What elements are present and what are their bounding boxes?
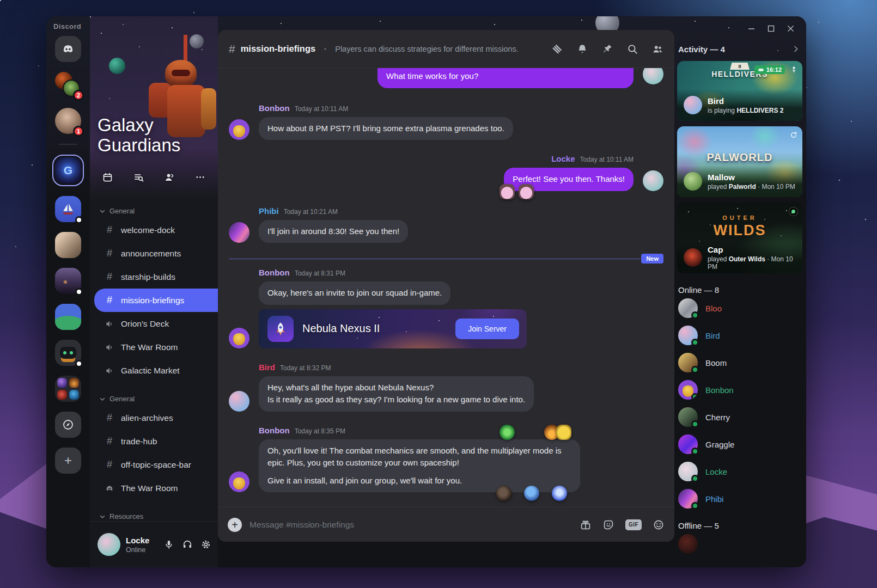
invite-server-name: Nebula Nexus II [302,322,447,335]
sprout-emoji-reaction[interactable] [500,425,515,440]
live-activity-icon[interactable] [790,65,798,74]
channel-orions-deck-voice[interactable]: Orion's Deck [94,312,218,335]
message-author[interactable]: Bonbon [259,268,290,277]
server-icon-night-landscape[interactable] [55,268,81,294]
avatar-bird[interactable] [229,391,249,412]
emoji-icon[interactable] [653,519,665,531]
member-bloo[interactable]: Bloo [677,295,802,322]
category-resources[interactable]: Resources [90,507,218,521]
member-locke[interactable]: Locke [677,458,802,485]
close-button[interactable] [783,21,797,35]
channel-mission-briefings[interactable]: # mission-briefings [94,289,218,312]
pink-cat-emoji-reaction[interactable] [519,184,534,199]
avatar-bonbon[interactable] [229,119,249,140]
server-icon-green-planet[interactable] [55,304,81,330]
avatar-cap [684,248,702,267]
member-graggle[interactable]: Graggle [677,431,802,458]
channel-topic[interactable]: Players can discuss strategies for diffe… [335,45,546,53]
gift-icon[interactable] [580,519,592,531]
events-calendar-icon[interactable] [102,171,113,183]
member-list-icon[interactable] [651,43,663,55]
channel-war-room-forum[interactable]: The War Room [94,476,218,500]
user-name: Locke [126,536,158,545]
category-general-2[interactable]: General [90,390,218,406]
channel-announcements[interactable]: # announcements [94,242,218,265]
server-galaxy-guardians-active[interactable]: G [52,155,84,186]
gif-icon[interactable]: GIF [625,519,642,530]
channel-war-room-voice[interactable]: The War Room [94,335,218,359]
server-icon-sailboat[interactable] [55,196,81,222]
avatar-bonbon[interactable] [229,471,249,492]
dark-wolf-emoji-reaction[interactable] [496,486,511,501]
server-folder[interactable] [55,376,81,402]
notifications-bell-icon[interactable] [576,43,588,55]
message-author[interactable]: Phibi [259,206,279,216]
server-name[interactable]: Galaxy Guardians [98,115,209,156]
avatar [678,534,698,554]
headphones-icon[interactable] [182,539,193,550]
message-author[interactable]: Locke [551,154,575,163]
pin-icon[interactable] [601,43,613,55]
avatar-locke[interactable] [643,170,663,191]
channel-galactic-market-voice[interactable]: Galactic Market [94,359,218,382]
reaction-group [496,486,567,501]
member-bonbon[interactable]: Bonbon [677,376,802,403]
message-input[interactable] [249,520,572,530]
user-avatar[interactable] [98,533,120,556]
member-phibi[interactable]: Phibi [677,485,802,512]
activity-user: Cap [708,245,796,255]
activity-card-helldivers[interactable]: HELLDIVERS II 16:12 Bird is playing HELL… [677,61,802,121]
server-icon-robot[interactable] [55,340,81,366]
rail-divider [59,144,77,145]
add-attachment-button[interactable]: + [228,518,242,532]
avatar-phibi[interactable] [229,222,249,243]
member-boom[interactable]: Boom [677,349,802,376]
microphone-icon[interactable] [163,539,174,550]
member-offline-partial[interactable] [677,530,802,558]
add-server-button[interactable]: + [55,448,81,474]
members-icon[interactable] [163,171,175,183]
dm-group-button[interactable]: 2 [55,72,81,98]
message-author[interactable]: Bonbon [259,426,290,435]
avatar-locke[interactable] [643,68,663,84]
minimize-button[interactable] [744,21,758,35]
reaction-group [500,184,534,199]
pikachu-emoji-reaction[interactable] [556,425,571,440]
pink-cat-emoji-reaction[interactable] [500,184,515,199]
channel-welcome-dock[interactable]: # welcome-dock [94,218,218,242]
channel-trade-hub[interactable]: # trade-hub [94,430,218,453]
chevron-right-icon[interactable] [791,45,800,53]
channel-off-topic-space-bar[interactable]: # off-topic-space-bar [94,453,218,476]
activity-card-palworld[interactable]: PALWORLD Mallow played Palworld · Mon 10… [677,126,802,197]
server-icon-cat-photo[interactable] [55,232,81,258]
blue-spirit-emoji-reaction[interactable] [552,486,567,501]
discord-home-button[interactable] [55,36,81,62]
member-cherry[interactable]: Cherry [677,403,802,431]
more-options-icon[interactable] [194,171,206,183]
message-group: What time works for you? [229,68,663,88]
activity-card-outer-wilds[interactable]: OUTER WILDS Cap played Outer Wilds · Mon… [677,203,802,273]
member-bird[interactable]: Bird [677,322,802,349]
dm-user-button[interactable]: 1 [55,108,81,134]
category-general-1[interactable]: General [90,202,218,218]
maximize-button[interactable] [764,21,778,35]
threads-icon[interactable] [551,43,563,55]
avatar-bonbon[interactable] [229,328,249,348]
search-icon[interactable] [626,43,638,55]
invite-stars [259,309,260,310]
sticker-icon[interactable] [602,519,614,531]
avatar [678,407,698,427]
join-server-button[interactable]: Join Server [455,318,519,339]
message-author[interactable]: Bonbon [259,103,290,113]
channel-alien-archives[interactable]: # alien-archives [94,406,218,430]
settings-gear-icon[interactable] [200,539,211,550]
online-status-dot [691,502,699,510]
avatar [678,380,698,400]
explore-servers-button[interactable] [55,412,81,438]
refresh-icon[interactable] [789,131,798,139]
message-author[interactable]: Bird [259,363,275,372]
blue-globe-emoji-reaction[interactable] [524,486,539,501]
message-bubble: How about 8 PM PST? I'll bring some extr… [259,117,513,140]
browse-channels-icon[interactable] [133,171,144,183]
channel-starship-builds[interactable]: # starship-builds [94,265,218,289]
